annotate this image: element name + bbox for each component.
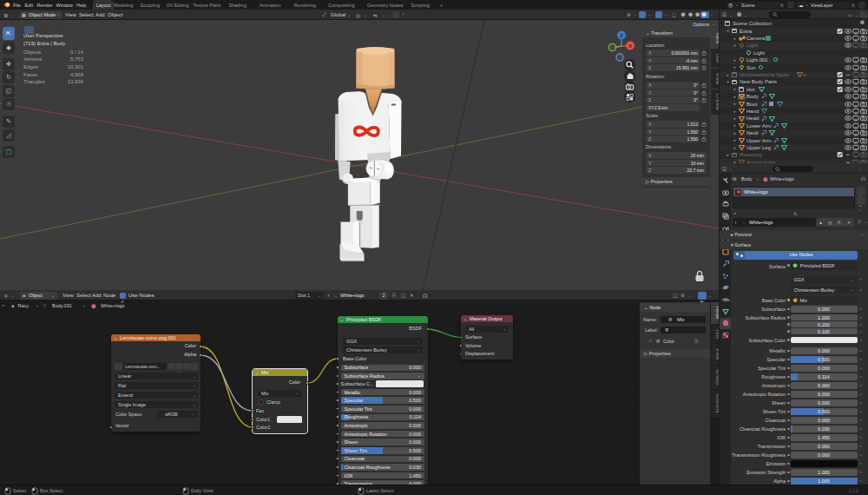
svg-text:X: X (628, 43, 632, 49)
svg-text:Z: Z (620, 33, 623, 38)
